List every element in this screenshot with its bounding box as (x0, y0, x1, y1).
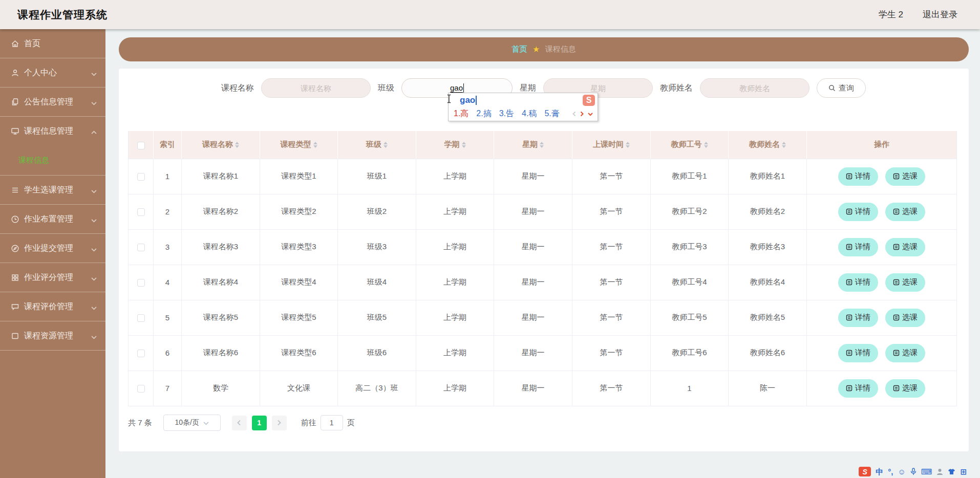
detail-button[interactable]: 详情 (838, 203, 878, 221)
ime-candidate-5[interactable]: 5.膏 (544, 108, 559, 119)
row-checkbox[interactable] (137, 173, 145, 181)
sidebar-item-course-review-mgmt[interactable]: 课程评价管理 (0, 292, 105, 321)
cell-semester: 上学期 (416, 229, 494, 265)
sort-icon (626, 142, 630, 148)
col-header-semester[interactable]: 学期 (416, 131, 494, 159)
detail-button[interactable]: 详情 (838, 309, 878, 327)
row-checkbox[interactable] (137, 314, 145, 322)
sidebar-item-course-info-mgmt[interactable]: 课程信息管理 (0, 117, 105, 146)
goto-page-input[interactable] (321, 415, 343, 430)
microphone-icon[interactable] (910, 468, 917, 475)
course-name-input[interactable] (261, 78, 371, 98)
enroll-button[interactable]: 选课 (885, 309, 925, 327)
sidebar-item-announcement-mgmt[interactable]: 公告信息管理 (0, 88, 105, 117)
cell-teacher-name: 教师姓名2 (729, 194, 807, 229)
col-header-week[interactable]: 星期 (494, 131, 572, 159)
emoji-icon[interactable]: ☺ (898, 468, 905, 475)
cell-time: 第一节 (572, 300, 651, 335)
row-checkbox[interactable] (137, 208, 145, 216)
table-row: 6 课程名称6 课程类型6 班级6 上学期 星期一 第一节 教师工号6 教师姓名… (129, 335, 957, 371)
punctuation-icon[interactable]: °, (888, 468, 893, 475)
text-caret (463, 83, 464, 93)
enroll-button[interactable]: 选课 (885, 238, 925, 256)
row-checkbox[interactable] (137, 385, 145, 393)
table-row: 7 数学 文化课 高二（3）班 上学期 星期一 第一节 1 陈一 详情 选课 (129, 371, 957, 406)
sidebar-item-label: 作业提交管理 (24, 243, 91, 254)
cell-teacher-name: 教师姓名5 (729, 300, 807, 335)
sidebar-item-home[interactable]: 首页 (0, 29, 105, 58)
cell-teacher-id: 教师工号6 (651, 335, 729, 371)
row-checkbox[interactable] (137, 350, 145, 357)
col-header-teacher-name[interactable]: 教师姓名 (729, 131, 807, 159)
detail-button[interactable]: 详情 (838, 238, 878, 256)
detail-button[interactable]: 详情 (838, 344, 878, 362)
ime-next-page-icon[interactable] (580, 111, 584, 117)
sidebar-item-label: 公告信息管理 (24, 97, 91, 107)
enroll-button[interactable]: 选课 (885, 167, 925, 186)
col-header-teacher-id[interactable]: 教师工号 (651, 131, 729, 159)
query-button[interactable]: 查询 (817, 78, 866, 98)
teacher-name-input[interactable] (700, 78, 809, 98)
ime-candidate-1[interactable]: 1.高 (454, 108, 468, 119)
sidebar-item-homework-submit-mgmt[interactable]: 作业提交管理 (0, 234, 105, 263)
document-icon (893, 314, 900, 321)
search-icon (828, 84, 836, 92)
skin-icon[interactable] (948, 468, 955, 475)
col-header-time[interactable]: 上课时间 (572, 131, 651, 159)
col-header-course-name[interactable]: 课程名称 (182, 131, 260, 159)
chevron-down-icon (91, 70, 97, 76)
sogou-logo-icon[interactable]: S (583, 95, 595, 106)
cell-semester: 上学期 (416, 194, 494, 229)
ime-candidate-2[interactable]: 2.搞 (476, 108, 491, 119)
ime-candidate-4[interactable]: 4.稿 (522, 108, 537, 119)
row-checkbox[interactable] (137, 244, 145, 251)
cell-time: 第一节 (572, 159, 651, 194)
sidebar-item-student-enroll-mgmt[interactable]: 学生选课管理 (0, 176, 105, 205)
breadcrumb-home-link[interactable]: 首页 (512, 45, 527, 54)
sidebar-subitem-course-info[interactable]: 课程信息 (0, 146, 105, 175)
document-icon (846, 173, 853, 180)
sidebar-item-course-resource-mgmt[interactable]: 课程资源管理 (0, 321, 105, 351)
sogou-logo-icon[interactable]: S (859, 467, 871, 476)
account-icon[interactable] (936, 468, 943, 475)
ime-expand-icon[interactable] (587, 112, 593, 117)
enroll-button[interactable]: 选课 (885, 379, 925, 398)
sort-icon (462, 142, 466, 148)
detail-button[interactable]: 详情 (838, 379, 878, 398)
detail-button[interactable]: 详情 (838, 167, 878, 186)
detail-button[interactable]: 详情 (838, 273, 878, 292)
enroll-button[interactable]: 选课 (885, 273, 925, 292)
chevron-down-icon (91, 274, 97, 280)
cell-course-name: 课程名称5 (182, 300, 260, 335)
enroll-button[interactable]: 选课 (885, 344, 925, 362)
sidebar-item-personal-center[interactable]: 个人中心 (0, 58, 105, 88)
toolbox-icon[interactable]: ⊞ (960, 468, 967, 475)
enroll-button[interactable]: 选课 (885, 203, 925, 221)
page-number-current[interactable]: 1 (252, 416, 267, 430)
cell-time: 第一节 (572, 194, 651, 229)
cell-course-type: 课程类型5 (260, 300, 338, 335)
page-unit-label: 页 (347, 418, 355, 428)
cell-class: 班级4 (338, 265, 416, 300)
logout-link[interactable]: 退出登录 (923, 9, 957, 20)
sidebar-item-homework-assign-mgmt[interactable]: 作业布置管理 (0, 205, 105, 234)
cell-course-type: 课程类型2 (260, 194, 338, 229)
ime-prev-page-icon[interactable] (572, 111, 577, 117)
col-header-course-type[interactable]: 课程类型 (260, 131, 338, 159)
ime-candidate-3[interactable]: 3.告 (499, 108, 514, 119)
prev-page-button[interactable] (232, 416, 247, 430)
select-all-checkbox[interactable] (137, 142, 145, 149)
cell-week: 星期一 (494, 229, 572, 265)
keyboard-icon[interactable]: ⌨ (921, 468, 932, 475)
col-header-class[interactable]: 班级 (338, 131, 416, 159)
cell-time: 第一节 (572, 335, 651, 371)
cell-index: 7 (154, 371, 182, 406)
document-icon (893, 244, 900, 250)
table-row: 4 课程名称4 课程类型4 班级4 上学期 星期一 第一节 教师工号4 教师姓名… (129, 265, 957, 300)
page-size-select[interactable]: 10条/页 (163, 415, 221, 431)
sidebar-item-homework-grade-mgmt[interactable]: 作业评分管理 (0, 263, 105, 292)
next-page-button[interactable] (272, 416, 287, 430)
chinese-mode-icon[interactable]: 中 (876, 468, 883, 475)
row-checkbox[interactable] (137, 279, 145, 287)
course-name-label: 课程名称 (221, 83, 254, 94)
